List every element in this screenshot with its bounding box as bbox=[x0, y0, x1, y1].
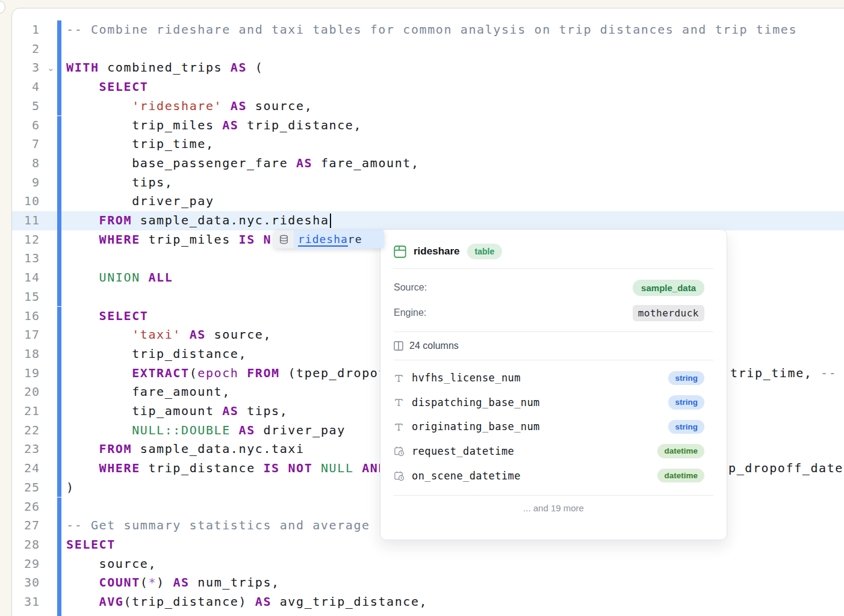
line-number[interactable]: 24 bbox=[14, 459, 40, 478]
code-line[interactable]: 8 base_passenger_fare AS fare_amount, bbox=[12, 154, 844, 173]
code-token: AS bbox=[173, 575, 189, 590]
line-number[interactable]: 4 bbox=[14, 78, 40, 97]
line-number[interactable]: 21 bbox=[14, 402, 40, 421]
code-line[interactable]: 11 FROM sample_data.nyc.ridesha bbox=[12, 211, 844, 230]
code-text: tips, bbox=[66, 173, 173, 192]
code-text: AVG(trip_time) AS avg_trip_time, bbox=[66, 612, 362, 616]
code-token bbox=[66, 575, 99, 590]
code-line[interactable]: 5 'rideshare' AS source, bbox=[12, 97, 844, 116]
code-line[interactable]: 2 bbox=[12, 40, 844, 59]
line-number[interactable]: 9 bbox=[14, 173, 40, 192]
code-token: * bbox=[148, 575, 157, 590]
code-line[interactable]: 31 AVG(trip_distance) AS avg_trip_distan… bbox=[12, 593, 844, 612]
code-token: ) bbox=[157, 575, 173, 590]
line-number[interactable]: 7 bbox=[14, 135, 40, 154]
change-gutter-bar bbox=[57, 116, 61, 135]
code-token: FROM bbox=[99, 213, 132, 227]
code-token: NULL::DOUBLE bbox=[132, 423, 231, 437]
change-gutter-bar bbox=[57, 135, 61, 154]
code-token: source, bbox=[247, 99, 312, 113]
line-number[interactable]: 25 bbox=[14, 478, 40, 497]
code-line[interactable]: 10 driver_pay bbox=[12, 192, 844, 211]
change-gutter-bar bbox=[57, 573, 61, 593]
line-number[interactable]: 12 bbox=[14, 230, 40, 250]
code-line[interactable]: 9 tips, bbox=[12, 173, 844, 192]
code-token: 'taxi' bbox=[132, 327, 181, 342]
change-gutter-bar bbox=[57, 58, 61, 78]
line-number[interactable]: 18 bbox=[14, 345, 40, 364]
line-number[interactable]: 27 bbox=[14, 516, 40, 535]
code-token: NOT bbox=[288, 461, 312, 475]
code-token: tip_amount bbox=[66, 404, 222, 418]
datetime-type-icon bbox=[394, 446, 412, 457]
line-number[interactable]: 23 bbox=[14, 440, 40, 459]
line-number[interactable]: 2 bbox=[14, 40, 40, 59]
line-number[interactable]: 19 bbox=[14, 364, 40, 383]
line-number[interactable]: 29 bbox=[14, 555, 40, 574]
line-number[interactable]: 28 bbox=[14, 535, 40, 555]
table-icon bbox=[394, 245, 406, 258]
code-token: NULL bbox=[321, 461, 354, 475]
code-token: COUNT bbox=[99, 575, 140, 590]
code-token bbox=[239, 366, 247, 380]
code-token: AS bbox=[222, 614, 238, 616]
change-gutter-bar bbox=[57, 612, 61, 616]
code-token: WITH bbox=[66, 60, 99, 75]
change-gutter-bar bbox=[57, 535, 61, 555]
code-token: N bbox=[263, 232, 272, 247]
code-text: NULL::DOUBLE AS driver_pay bbox=[66, 421, 346, 440]
table-info-card: rideshare table Source: sample_data Engi… bbox=[380, 229, 727, 540]
line-number[interactable]: 26 bbox=[14, 497, 40, 517]
fold-chevron-icon[interactable]: ⌄ bbox=[46, 58, 57, 78]
line-number[interactable]: 5 bbox=[14, 97, 40, 116]
code-line[interactable]: 29 source, bbox=[12, 555, 844, 574]
code-line[interactable]: 32 AVG(trip_time) AS avg_trip_time, bbox=[12, 612, 844, 616]
code-line[interactable]: 7 trip_time, bbox=[12, 135, 844, 154]
line-number[interactable]: 10 bbox=[14, 192, 40, 211]
collapsed-panel-button[interactable] bbox=[0, 1, 5, 14]
line-number[interactable]: 20 bbox=[14, 383, 40, 402]
code-line[interactable]: 3⌄WITH combined_trips AS ( bbox=[12, 58, 844, 78]
code-token: avg_trip_distance, bbox=[272, 594, 427, 609]
code-token: AS bbox=[222, 118, 238, 132]
code-text: SELECT bbox=[66, 78, 148, 97]
line-number[interactable]: 32 bbox=[14, 612, 40, 616]
change-gutter-bar bbox=[57, 230, 61, 250]
line-number[interactable]: 13 bbox=[14, 249, 40, 268]
code-token: AS bbox=[190, 327, 206, 342]
autocomplete-item-rideshare[interactable]: rideshare bbox=[294, 230, 384, 248]
line-number[interactable]: 22 bbox=[14, 421, 40, 440]
code-line[interactable]: 4 SELECT bbox=[12, 78, 844, 97]
code-line[interactable]: 1-- Combine rideshare and taxi tables fo… bbox=[12, 20, 844, 40]
line-number[interactable]: 30 bbox=[14, 573, 40, 593]
code-line[interactable]: 30 COUNT(*) AS num_trips, bbox=[12, 573, 844, 593]
line-number[interactable]: 6 bbox=[14, 116, 40, 135]
change-gutter-bar bbox=[57, 40, 61, 59]
line-number[interactable]: 8 bbox=[14, 154, 40, 173]
code-text: ) bbox=[66, 478, 75, 497]
line-number[interactable]: 1 bbox=[14, 20, 40, 40]
column-name: hvfhs_license_num bbox=[412, 372, 668, 384]
code-text: base_passenger_fare AS fare_amount, bbox=[66, 154, 420, 173]
line-number[interactable]: 11 bbox=[14, 211, 40, 230]
code-token bbox=[66, 461, 99, 475]
source-label: Source: bbox=[394, 282, 427, 293]
column-type-badge: string bbox=[668, 371, 704, 386]
line-number[interactable]: 15 bbox=[14, 288, 40, 307]
line-number[interactable]: 14 bbox=[14, 268, 40, 288]
code-token: ( bbox=[190, 366, 198, 380]
table-card-meta: Source: sample_data Engine: motherduck bbox=[394, 269, 713, 332]
columns-icon bbox=[394, 341, 403, 351]
engine-badge: motherduck bbox=[633, 305, 704, 321]
line-number[interactable]: 31 bbox=[14, 593, 40, 612]
code-line[interactable]: 6 trip_miles AS trip_distance, bbox=[12, 116, 844, 135]
table-kind-badge: table bbox=[467, 244, 503, 259]
code-token: IS bbox=[263, 461, 279, 475]
change-gutter-bar bbox=[57, 364, 61, 383]
column-name: request_datetime bbox=[412, 445, 657, 457]
code-token bbox=[140, 270, 149, 285]
line-number[interactable]: 17 bbox=[14, 325, 40, 345]
line-number[interactable]: 16 bbox=[14, 307, 40, 326]
code-token: trip_distance bbox=[140, 461, 264, 475]
line-number[interactable]: 3 bbox=[14, 58, 40, 78]
